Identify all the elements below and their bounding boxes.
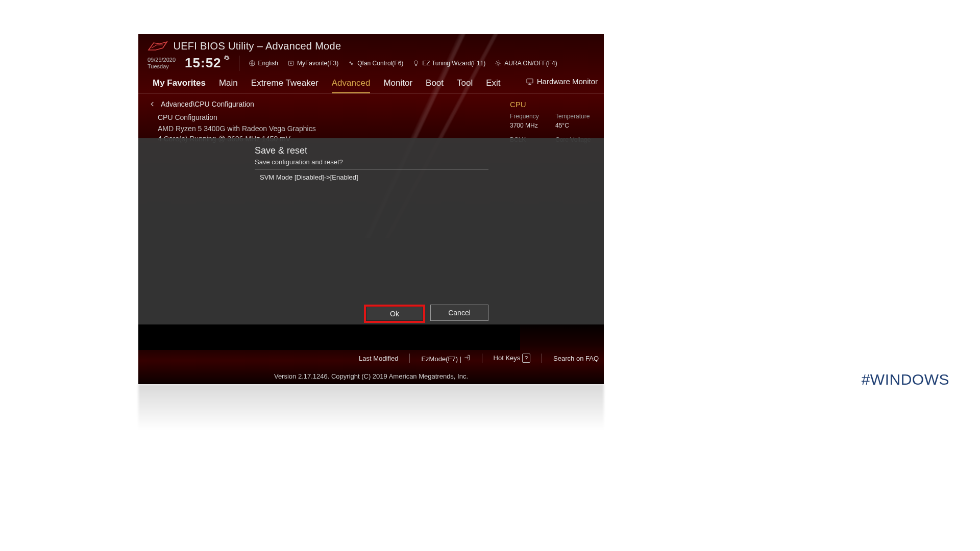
- date-text: 09/29/2020: [148, 57, 176, 63]
- copyright-text: Version 2.17.1246. Copyright (C) 2019 Am…: [138, 372, 604, 380]
- fan-icon: [348, 60, 355, 67]
- temp-value: 45°C: [555, 122, 598, 129]
- separator: [409, 354, 410, 363]
- hardware-monitor-title: Hardware Monitor: [526, 77, 598, 86]
- separator: [239, 56, 239, 71]
- dialog-title: Save & reset: [255, 145, 488, 156]
- ezmode-button[interactable]: EzMode(F7) |: [421, 354, 470, 363]
- header-bar: UEFI BIOS Utility – Advanced Mode 09/29/…: [138, 34, 604, 71]
- aura-label: AURA ON/OFF(F4): [504, 60, 557, 67]
- bios-window: UEFI BIOS Utility – Advanced Mode 09/29/…: [138, 34, 604, 384]
- footer-actions: Last Modified EzMode(F7) | Hot Keys ? Se…: [359, 354, 599, 363]
- qfan-label: Qfan Control(F6): [357, 60, 403, 67]
- separator: [482, 354, 482, 363]
- dialog-buttons: Ok Cancel: [364, 305, 488, 323]
- app-title: UEFI BIOS Utility – Advanced Mode: [173, 40, 341, 52]
- language-label: English: [258, 60, 278, 67]
- bulb-icon: [412, 60, 420, 67]
- separator: [542, 354, 542, 363]
- cpu-name: AMD Ryzen 5 3400G with Radeon Vega Graph…: [158, 124, 494, 133]
- cpu-section-label: CPU: [510, 100, 598, 109]
- reflection: [138, 384, 604, 430]
- ezmode-key: |: [460, 355, 461, 363]
- save-reset-dialog: Save & reset Save configuration and rese…: [255, 145, 488, 181]
- exit-icon: [463, 355, 471, 363]
- cancel-button[interactable]: Cancel: [430, 305, 488, 321]
- eztuning-button[interactable]: EZ Tuning Wizard(F11): [412, 60, 485, 67]
- eztuning-label: EZ Tuning Wizard(F11): [422, 60, 485, 67]
- myfavorite-label: MyFavorite(F3): [297, 60, 338, 67]
- hotkeys-button[interactable]: Hot Keys ?: [494, 354, 531, 363]
- dark-strip: [138, 324, 520, 350]
- tab-exit[interactable]: Exit: [486, 76, 500, 93]
- freq-value: 3700 MHz: [510, 122, 552, 129]
- language-selector[interactable]: English: [249, 60, 278, 67]
- hotkeys-label: Hot Keys: [494, 354, 521, 362]
- hashtag-text: #WINDOWS: [862, 371, 949, 388]
- tab-main[interactable]: Main: [219, 76, 238, 93]
- freq-label: Frequency: [510, 113, 552, 120]
- cpu-config-heading: CPU Configuration: [158, 113, 494, 121]
- monitor-icon: [526, 78, 534, 86]
- dialog-change-line: SVM Mode [Disabled]->[Enabled]: [255, 173, 488, 181]
- ezmode-label: EzMode(F7): [421, 355, 458, 363]
- back-arrow-icon: [149, 100, 157, 108]
- tab-boot[interactable]: Boot: [426, 76, 444, 93]
- modal-overlay: Save & reset Save configuration and rese…: [138, 138, 604, 324]
- gear-icon[interactable]: [224, 55, 230, 63]
- footer: Last Modified EzMode(F7) | Hot Keys ? Se…: [138, 350, 604, 384]
- hotkeys-key: ?: [522, 354, 530, 363]
- time-wrap: 15:52: [185, 55, 230, 71]
- datetime-block: 09/29/2020 Tuesday: [148, 57, 176, 69]
- time-text: 15:52: [185, 55, 222, 71]
- tab-bar: My Favorites Main Extreme Tweaker Advanc…: [138, 76, 604, 94]
- search-faq-button[interactable]: Search on FAQ: [553, 355, 599, 362]
- svg-point-2: [497, 62, 500, 64]
- tab-advanced[interactable]: Advanced: [332, 76, 371, 93]
- star-icon: [287, 60, 295, 67]
- aura-button[interactable]: AURA ON/OFF(F4): [495, 60, 557, 67]
- qfan-button[interactable]: Qfan Control(F6): [348, 60, 403, 67]
- breadcrumb-text: Advanced\CPU Configuration: [161, 100, 254, 108]
- info-toolbar: 09/29/2020 Tuesday 15:52 English MyFavor…: [148, 55, 595, 71]
- tab-extreme-tweaker[interactable]: Extreme Tweaker: [251, 76, 318, 93]
- tab-tool[interactable]: Tool: [457, 76, 473, 93]
- ok-button[interactable]: Ok: [364, 305, 425, 323]
- myfavorite-button[interactable]: MyFavorite(F3): [287, 60, 338, 67]
- dialog-subtitle: Save configuration and reset?: [255, 158, 488, 166]
- svg-rect-3: [527, 79, 533, 83]
- temp-label: Temperature: [555, 113, 598, 120]
- tab-monitor[interactable]: Monitor: [383, 76, 412, 93]
- hardware-monitor-label: Hardware Monitor: [537, 77, 598, 86]
- aura-icon: [495, 60, 502, 67]
- tab-myfavorites[interactable]: My Favorites: [153, 76, 206, 93]
- rog-logo-icon: [148, 41, 168, 52]
- last-modified-button[interactable]: Last Modified: [359, 355, 398, 362]
- day-text: Tuesday: [148, 63, 176, 69]
- dialog-separator: [255, 169, 488, 169]
- breadcrumb[interactable]: Advanced\CPU Configuration: [149, 100, 494, 108]
- globe-icon: [249, 60, 256, 67]
